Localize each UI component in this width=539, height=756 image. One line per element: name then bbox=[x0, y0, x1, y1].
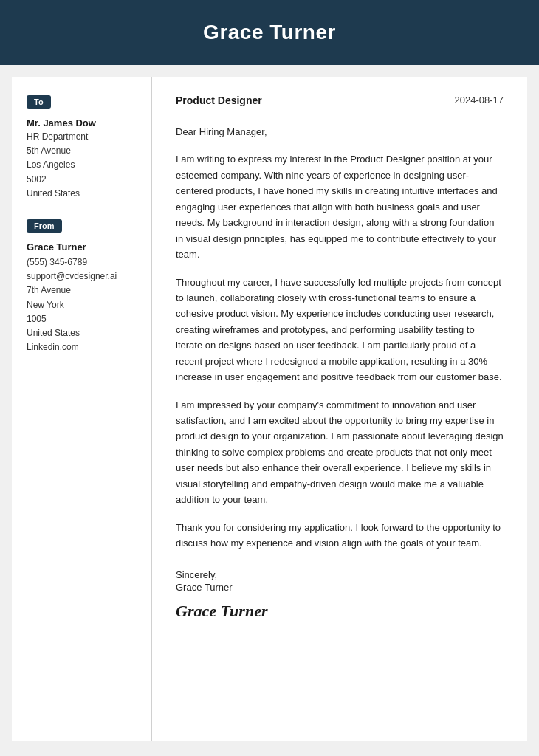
header-name: Grace Turner bbox=[15, 21, 524, 44]
salutation: Dear Hiring Manager, bbox=[176, 124, 504, 140]
job-title: Product Designer bbox=[176, 94, 262, 106]
page: Grace Turner To Mr. James Dow HR Departm… bbox=[0, 0, 539, 756]
closing-name: Grace Turner bbox=[176, 582, 504, 593]
recipient-city: Los Angeles bbox=[27, 158, 137, 172]
paragraph-2: Throughout my career, I have successfull… bbox=[176, 275, 504, 385]
signature: Grace Turner bbox=[176, 602, 504, 621]
header: Grace Turner bbox=[0, 0, 539, 65]
paragraph-1: I am writing to express my interest in t… bbox=[176, 151, 504, 262]
closing-word: Sincerely, bbox=[176, 569, 504, 580]
sender-zip: 1005 bbox=[27, 312, 137, 326]
sender-phone: (555) 345-6789 bbox=[27, 255, 137, 269]
to-badge: To bbox=[27, 95, 51, 109]
letter-header: Product Designer 2024-08-17 bbox=[176, 94, 504, 106]
sender-street: 7th Avenue bbox=[27, 284, 137, 298]
sender-country: United States bbox=[27, 326, 137, 340]
from-badge: From bbox=[27, 219, 62, 233]
sidebar: To Mr. James Dow HR Department 5th Avenu… bbox=[12, 77, 152, 741]
paragraph-4: Thank you for considering my application… bbox=[176, 520, 504, 551]
sender-linkedin: Linkedin.com bbox=[27, 340, 137, 354]
recipient-country: United States bbox=[27, 187, 137, 201]
recipient-street: 5th Avenue bbox=[27, 144, 137, 158]
letter-date: 2024-08-17 bbox=[455, 94, 504, 106]
from-section: From Grace Turner (555) 345-6789 support… bbox=[27, 219, 137, 354]
main-content: Product Designer 2024-08-17 Dear Hiring … bbox=[152, 77, 527, 741]
paragraph-3: I am impressed by your company's commitm… bbox=[176, 397, 504, 508]
sender-name: Grace Turner bbox=[27, 241, 137, 252]
recipient-department: HR Department bbox=[27, 130, 137, 144]
to-section: To Mr. James Dow HR Department 5th Avenu… bbox=[27, 94, 137, 201]
sender-city: New York bbox=[27, 298, 137, 312]
content-area: To Mr. James Dow HR Department 5th Avenu… bbox=[12, 77, 527, 741]
recipient-name: Mr. James Dow bbox=[27, 117, 137, 128]
letter-body: Dear Hiring Manager, I am writing to exp… bbox=[176, 124, 504, 551]
closing: Sincerely, Grace Turner Grace Turner bbox=[176, 569, 504, 621]
recipient-zip: 5002 bbox=[27, 173, 137, 187]
sender-email: support@cvdesigner.ai bbox=[27, 269, 137, 284]
